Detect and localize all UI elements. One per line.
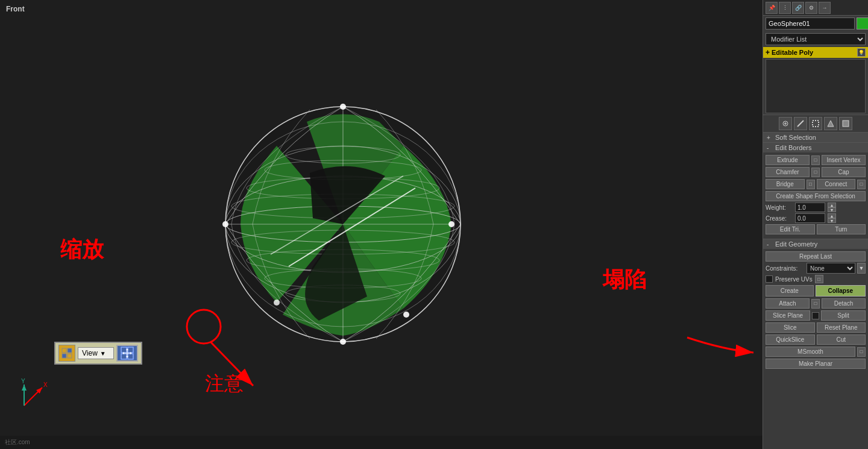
edit-geometry-header[interactable]: - Edit Geometry	[763, 239, 868, 249]
connect-settings[interactable]: □	[857, 180, 866, 189]
svg-rect-32	[128, 354, 133, 359]
object-color-swatch[interactable]	[857, 17, 868, 30]
svg-point-14	[448, 221, 454, 227]
svg-line-47	[797, 121, 804, 127]
constraints-dropdown[interactable]: None	[807, 263, 855, 274]
vertex-icon[interactable]	[779, 117, 792, 130]
chamfer-cap-row: Chamfer □ Cap	[766, 167, 866, 177]
pin-icon[interactable]: 📌	[766, 2, 778, 14]
extrude-button[interactable]: Extrude	[766, 155, 810, 165]
nav-icon[interactable]: →	[819, 2, 831, 14]
weight-down[interactable]: ▼	[828, 207, 836, 212]
crease-row: Crease: ▲ ▼	[766, 213, 866, 223]
svg-point-19	[274, 300, 280, 306]
svg-text:X: X	[43, 381, 48, 388]
chamfer-button[interactable]: Chamfer	[766, 167, 810, 177]
turn-button[interactable]: Turn	[817, 224, 866, 234]
make-planar-row: Make Planar	[766, 359, 866, 369]
attach-detach-row: Attach □ Detach	[766, 298, 866, 309]
cap-button[interactable]: Cap	[822, 167, 866, 177]
soft-selection-label: Soft Selection	[775, 134, 816, 141]
sphere-container	[216, 98, 470, 352]
split-checkbox[interactable]	[812, 312, 819, 319]
mssmooth-button[interactable]: MSmooth	[766, 347, 855, 357]
constraints-row: Constraints: None ▼	[766, 263, 866, 274]
preserve-uvs-settings[interactable]: □	[815, 275, 823, 283]
svg-marker-49	[828, 121, 834, 127]
toolbar-icon[interactable]	[58, 345, 75, 362]
create-shape-button[interactable]: Create Shape From Selection	[766, 191, 866, 201]
connect-button[interactable]: Connect	[817, 179, 856, 189]
edit-borders-header[interactable]: - Edit Borders	[763, 143, 868, 152]
svg-rect-26	[68, 348, 72, 353]
attach-settings[interactable]: □	[811, 299, 820, 309]
edit-borders-content: Extrude □ Insert Vertex Chamfer □ Cap Br…	[763, 152, 868, 239]
edit-geometry-section: - Edit Geometry Repeat Last Constraints:…	[763, 239, 868, 373]
editable-poly-label: Editable Poly	[772, 49, 855, 56]
insert-vertex-button[interactable]: Insert Vertex	[822, 155, 866, 165]
polygon-icon[interactable]	[824, 117, 837, 130]
crease-down[interactable]: ▼	[828, 218, 836, 223]
modifier-light-icon[interactable]: 💡	[857, 48, 866, 57]
edit-tri-turn-row: Edit Tri. Turn	[766, 224, 866, 234]
edit-tri-button[interactable]: Edit Tri.	[766, 224, 815, 234]
weight-up[interactable]: ▲	[828, 203, 836, 207]
annotation-suofang: 缩放	[60, 235, 104, 265]
modifier-list-dropdown[interactable]: Modifier List	[766, 33, 866, 45]
chamfer-settings[interactable]: □	[811, 168, 820, 177]
reset-plane-button[interactable]: Reset Plane	[817, 322, 866, 333]
modifier-stack-area	[766, 59, 866, 113]
svg-point-22	[187, 310, 221, 344]
cut-button[interactable]: Cut	[817, 334, 866, 345]
mssmooth-settings[interactable]: □	[857, 347, 866, 357]
weight-row: Weight: ▲ ▼	[766, 203, 866, 212]
weight-spinner: ▲ ▼	[828, 203, 836, 212]
subobject-icons-row	[763, 115, 868, 132]
view-dropdown[interactable]: View ▼	[78, 347, 114, 359]
config-icon[interactable]: ⚙	[805, 2, 817, 14]
graph-icon[interactable]: ⋮	[779, 2, 791, 14]
preserve-uvs-checkbox[interactable]	[766, 275, 773, 283]
weight-input[interactable]	[795, 203, 825, 212]
viewport: Front	[0, 0, 763, 449]
viewport-label: Front	[6, 5, 25, 13]
edge-icon[interactable]	[794, 117, 807, 130]
edit-geometry-label: Edit Geometry	[775, 240, 817, 248]
crease-spinner: ▲ ▼	[828, 213, 836, 223]
soft-selection-section: + Soft Selection	[763, 132, 868, 142]
create-button[interactable]: Create	[766, 285, 814, 297]
crease-input[interactable]	[795, 213, 825, 223]
soft-selection-header[interactable]: + Soft Selection	[763, 133, 868, 142]
crease-label: Crease:	[766, 215, 793, 222]
detach-button[interactable]: Detach	[822, 298, 866, 309]
constraints-dropdown-btn[interactable]: ▼	[857, 263, 866, 274]
element-icon[interactable]	[839, 117, 852, 130]
svg-rect-29	[121, 347, 127, 353]
sphere-svg	[216, 98, 470, 351]
slice-button[interactable]: Slice	[766, 322, 815, 333]
collapse-button[interactable]: Collapse	[816, 285, 866, 297]
quickslice-button[interactable]: QuickSlice	[766, 334, 815, 345]
slice-plane-button[interactable]: Slice Plane	[766, 310, 810, 321]
dropdown-arrow: ▼	[100, 350, 106, 357]
repeat-last-button[interactable]: Repeat Last	[766, 251, 866, 262]
attach-button[interactable]: Attach	[766, 298, 810, 309]
right-panel: 📌 ⋮ 🔗 ⚙ → Modifier List + Editable Poly …	[763, 0, 868, 449]
zoom-extents-button[interactable]	[116, 345, 138, 362]
svg-point-16	[340, 104, 346, 110]
make-planar-button[interactable]: Make Planar	[766, 359, 866, 369]
link-icon[interactable]: 🔗	[792, 2, 804, 14]
split-button[interactable]: Split	[821, 310, 866, 321]
border-icon[interactable]	[809, 117, 822, 130]
bridge-settings[interactable]: □	[807, 180, 815, 189]
extrude-settings[interactable]: □	[811, 155, 820, 165]
editable-poly-row: + Editable Poly 💡	[763, 47, 868, 58]
bridge-button[interactable]: Bridge	[766, 179, 805, 189]
svg-point-46	[784, 122, 787, 125]
object-name-input[interactable]	[766, 17, 855, 30]
crease-up[interactable]: ▲	[828, 213, 836, 218]
annotation-bengkui: 塌陷	[603, 265, 646, 295]
preserve-uvs-row: Preserve UVs □	[766, 275, 866, 283]
edit-borders-toggle: -	[767, 145, 773, 151]
watermark: 社区.com	[5, 438, 30, 447]
